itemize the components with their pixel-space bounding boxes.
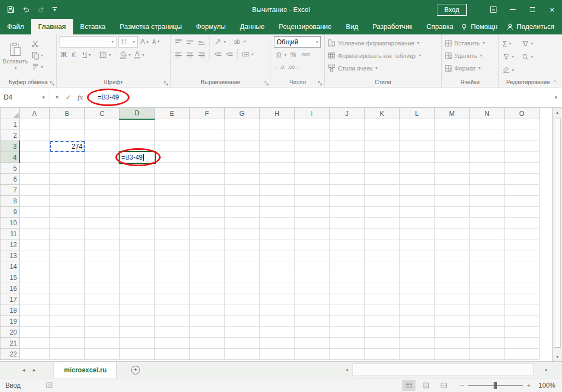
format-cells-button[interactable]: Формат	[444, 63, 495, 73]
cell-I3[interactable]	[295, 141, 330, 152]
cell-K4[interactable]	[365, 152, 400, 163]
ribbon-display-options-icon[interactable]	[483, 0, 503, 19]
cell-F19[interactable]	[190, 316, 225, 327]
cell-H3[interactable]	[260, 141, 295, 152]
cell-J14[interactable]	[330, 261, 365, 272]
cell-N6[interactable]	[470, 174, 505, 185]
cell-E12[interactable]	[155, 239, 190, 250]
cell-D17[interactable]	[120, 294, 155, 305]
cell-A9[interactable]	[20, 207, 50, 218]
cell-A18[interactable]	[20, 305, 50, 316]
cell-M8[interactable]	[435, 196, 470, 207]
name-box[interactable]: D4 ▾	[0, 87, 49, 107]
cell-O2[interactable]	[505, 130, 540, 141]
accounting-format-button[interactable]	[274, 49, 288, 60]
autosum-button[interactable]: Σ	[501, 38, 515, 49]
cell-E21[interactable]	[155, 338, 190, 349]
cell-F15[interactable]	[190, 272, 225, 283]
cell-I2[interactable]	[295, 130, 330, 141]
cell-E11[interactable]	[155, 229, 190, 239]
cell-D7[interactable]	[120, 185, 155, 196]
cell-C19[interactable]	[85, 316, 120, 327]
cell-K7[interactable]	[365, 185, 400, 196]
clear-button[interactable]	[501, 65, 515, 75]
cell-N12[interactable]	[470, 239, 505, 250]
align-top-button[interactable]	[173, 36, 184, 47]
cell-H7[interactable]	[260, 185, 295, 196]
insert-function-button[interactable]: fx	[78, 93, 83, 102]
cell-L9[interactable]	[400, 207, 435, 218]
page-layout-view-button[interactable]	[420, 380, 433, 391]
cell-K3[interactable]	[365, 141, 400, 152]
underline-button[interactable]: Ч	[81, 49, 92, 60]
decrease-indent-button[interactable]	[213, 49, 223, 60]
cell-D12[interactable]	[120, 239, 155, 250]
cell-J13[interactable]	[330, 250, 365, 261]
cell-F21[interactable]	[190, 338, 225, 349]
cell-E8[interactable]	[155, 196, 190, 207]
cell-A17[interactable]	[20, 294, 50, 305]
row-header-22[interactable]: 22	[1, 349, 20, 360]
cell-O1[interactable]	[505, 119, 540, 130]
cell-I16[interactable]	[295, 283, 330, 294]
cell-B4[interactable]	[50, 152, 85, 163]
cell-G18[interactable]	[225, 305, 260, 316]
cell-K20[interactable]	[365, 327, 400, 338]
column-header-D[interactable]: D	[120, 108, 155, 119]
cell-M18[interactable]	[435, 305, 470, 316]
cell-E18[interactable]	[155, 305, 190, 316]
tab-data[interactable]: Данные	[233, 19, 272, 34]
cell-L18[interactable]	[400, 305, 435, 316]
cell-B16[interactable]	[50, 283, 85, 294]
cell-G4[interactable]	[225, 152, 260, 163]
cell-K8[interactable]	[365, 196, 400, 207]
cell-O3[interactable]	[505, 141, 540, 152]
cell-H6[interactable]	[260, 174, 295, 185]
cell-G5[interactable]	[225, 163, 260, 174]
cell-I21[interactable]	[295, 338, 330, 349]
vertical-scrollbar[interactable]: ▴ ▾	[552, 108, 562, 361]
cell-D14[interactable]	[120, 261, 155, 272]
fill-color-button[interactable]	[118, 49, 132, 60]
clipboard-dialog-launcher-icon[interactable]	[50, 81, 55, 86]
cell-O15[interactable]	[505, 272, 540, 283]
row-header-11[interactable]: 11	[1, 229, 20, 239]
cell-K11[interactable]	[365, 229, 400, 239]
tab-developer[interactable]: Разработчик	[365, 19, 419, 34]
cell-N14[interactable]	[470, 261, 505, 272]
row-header-9[interactable]: 9	[1, 207, 20, 218]
font-name-combobox[interactable]	[60, 36, 116, 48]
cell-L3[interactable]	[400, 141, 435, 152]
cell-G13[interactable]	[225, 250, 260, 261]
cell-E1[interactable]	[155, 119, 190, 130]
align-middle-button[interactable]	[185, 36, 195, 47]
cancel-entry-icon[interactable]: ×	[55, 93, 59, 101]
cell-G16[interactable]	[225, 283, 260, 294]
cell-F16[interactable]	[190, 283, 225, 294]
cell-E10[interactable]	[155, 218, 190, 229]
cell-E15[interactable]	[155, 272, 190, 283]
cell-B5[interactable]	[50, 163, 85, 174]
cell-C14[interactable]	[85, 261, 120, 272]
column-header-G[interactable]: G	[225, 108, 260, 119]
cell-E22[interactable]	[155, 349, 190, 360]
alignment-dialog-launcher-icon[interactable]	[264, 81, 269, 86]
cell-D5[interactable]	[120, 163, 155, 174]
cell-D18[interactable]	[120, 305, 155, 316]
cell-K14[interactable]	[365, 261, 400, 272]
cell-D15[interactable]	[120, 272, 155, 283]
cell-E6[interactable]	[155, 174, 190, 185]
cell-I12[interactable]	[295, 239, 330, 250]
cell-A8[interactable]	[20, 196, 50, 207]
cell-I11[interactable]	[295, 229, 330, 239]
cell-C8[interactable]	[85, 196, 120, 207]
fill-button[interactable]	[501, 51, 515, 62]
row-header-4[interactable]: 4	[1, 152, 20, 163]
undo-icon[interactable]	[22, 5, 30, 14]
find-select-button[interactable]	[520, 51, 534, 62]
column-header-E[interactable]: E	[155, 108, 190, 119]
wrap-text-button[interactable]: ab	[233, 36, 248, 47]
cell-L10[interactable]	[400, 218, 435, 229]
cell-B21[interactable]	[50, 338, 85, 349]
cell-F20[interactable]	[190, 327, 225, 338]
